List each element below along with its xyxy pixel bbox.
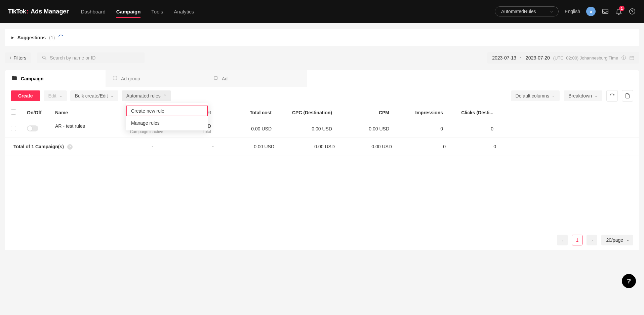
bulk-label: Bulk create/Edit bbox=[75, 93, 108, 99]
account-selector[interactable]: AutomatedRules bbox=[495, 6, 559, 16]
controls-row: + Filters Search by name or ID 2023-07-1… bbox=[5, 52, 639, 64]
suggestions-label: Suggestions bbox=[17, 35, 46, 40]
totals-impressions: 0 bbox=[395, 144, 448, 150]
table-header: On/Off Name Budget Total cost CPC (Desti… bbox=[5, 105, 639, 120]
calendar-icon bbox=[629, 55, 635, 61]
toolbar-right: Default columns ⌄ Breakdown ⌄ bbox=[511, 90, 633, 102]
row-toggle[interactable]: × bbox=[24, 125, 52, 132]
logo-text-main: TikTok bbox=[8, 8, 26, 15]
automated-rules-button[interactable]: Automated rules ⌃ bbox=[122, 90, 171, 101]
totals-cpc: 0.00 USD bbox=[277, 144, 337, 150]
avatar[interactable]: u bbox=[586, 7, 596, 16]
notification-badge: 1 bbox=[619, 6, 625, 11]
search-placeholder: Search by name or ID bbox=[50, 55, 95, 61]
account-name: AutomatedRules bbox=[501, 9, 536, 14]
create-new-rule-item[interactable]: Create new rule bbox=[126, 106, 208, 116]
tab-adgroup-label: Ad group bbox=[121, 76, 140, 81]
chevron-down-icon: ⌄ bbox=[59, 94, 62, 98]
logo-text-sub: Ads Manager bbox=[31, 8, 69, 15]
manage-rules-item[interactable]: Manage rules bbox=[126, 118, 208, 128]
campaign-name: AR - test rules bbox=[55, 123, 85, 129]
top-header: TikTok : Ads Manager Dashboard Campaign … bbox=[0, 0, 644, 23]
svg-point-2 bbox=[632, 13, 632, 13]
logo[interactable]: TikTok : Ads Manager bbox=[8, 8, 69, 15]
suggestions-count: (1) bbox=[49, 35, 55, 40]
campaign-card: Campaign Ad group Ad Create Edit ⌄ Bulk … bbox=[5, 70, 639, 156]
export-button[interactable] bbox=[622, 90, 633, 102]
date-separator: ~ bbox=[520, 55, 522, 61]
chevron-down-icon: ⌄ bbox=[111, 94, 114, 98]
filters-label: Filters bbox=[13, 55, 26, 61]
pagination: ‹ 1 › 20/page bbox=[5, 230, 639, 250]
header-right: AutomatedRules English u 1 bbox=[495, 6, 636, 16]
language-selector[interactable]: English bbox=[565, 9, 580, 14]
tab-ad-label: Ad bbox=[222, 76, 228, 81]
header-cpc: CPC (Destination) bbox=[274, 110, 335, 115]
breakdown-button[interactable]: Breakdown ⌄ bbox=[564, 90, 602, 101]
tab-ad[interactable]: Ad bbox=[206, 70, 307, 87]
header-checkbox[interactable] bbox=[8, 109, 24, 116]
svg-rect-4 bbox=[630, 56, 634, 60]
date-start: 2023-07-13 bbox=[492, 55, 516, 61]
empty-space bbox=[5, 156, 639, 230]
totals-help-icon[interactable]: ? bbox=[67, 144, 73, 150]
svg-rect-5 bbox=[113, 76, 117, 80]
help-icon[interactable] bbox=[629, 8, 636, 15]
next-page-button[interactable]: › bbox=[587, 235, 597, 245]
suggestions-panel: ▶ Suggestions (1) bbox=[5, 29, 639, 46]
expand-icon[interactable]: ▶ bbox=[11, 36, 14, 39]
svg-point-3 bbox=[43, 56, 45, 59]
nav-tools[interactable]: Tools bbox=[151, 1, 163, 22]
page-size-selector[interactable]: 20/page bbox=[601, 235, 633, 245]
row-totalcost: 0.00 USD bbox=[214, 126, 274, 131]
level-tabs: Campaign Ad group Ad bbox=[5, 70, 639, 87]
totals-row: Total of 1 Campaign(s) ? - - 0.00 USD 0.… bbox=[5, 138, 639, 156]
nav-dashboard[interactable]: Dashboard bbox=[81, 1, 105, 22]
tab-adgroup[interactable]: Ad group bbox=[106, 70, 206, 87]
main-nav: Dashboard Campaign Tools Analytics bbox=[81, 1, 194, 22]
nav-analytics[interactable]: Analytics bbox=[174, 1, 194, 22]
row-cpc: 0.00 USD bbox=[274, 126, 335, 131]
totals-totalcost: 0.00 USD bbox=[216, 144, 277, 150]
tab-campaign[interactable]: Campaign bbox=[5, 70, 106, 87]
row-checkbox[interactable] bbox=[8, 126, 24, 132]
chevron-up-icon: ⌃ bbox=[163, 94, 166, 98]
logo-colon: : bbox=[27, 8, 29, 15]
totals-cpm: 0.00 USD bbox=[337, 144, 395, 150]
search-input[interactable]: Search by name or ID bbox=[37, 52, 145, 63]
search-icon bbox=[42, 55, 47, 61]
header-clicks: Clicks (Desti... bbox=[446, 110, 496, 115]
create-button[interactable]: Create bbox=[11, 90, 40, 101]
refresh-table-button[interactable] bbox=[606, 90, 618, 102]
columns-label: Default columns bbox=[516, 93, 549, 99]
plus-icon: + bbox=[9, 55, 12, 61]
totals-label: Total of 1 Campaign(s) bbox=[13, 144, 64, 149]
filters-button[interactable]: + Filters bbox=[5, 52, 31, 63]
refresh-icon[interactable] bbox=[58, 34, 64, 41]
date-end: 2023-07-20 bbox=[526, 55, 550, 61]
nav-campaign[interactable]: Campaign bbox=[116, 1, 141, 22]
header-impressions: Impressions bbox=[392, 110, 446, 115]
header-cpm: CPM bbox=[335, 110, 392, 115]
columns-button[interactable]: Default columns ⌄ bbox=[511, 90, 560, 101]
edit-label: Edit bbox=[48, 93, 56, 99]
svg-rect-6 bbox=[214, 76, 217, 79]
totals-clicks: 0 bbox=[448, 144, 499, 150]
chevron-down-icon: ⌄ bbox=[552, 94, 555, 98]
bell-icon[interactable]: 1 bbox=[615, 8, 622, 15]
tab-campaign-label: Campaign bbox=[21, 76, 44, 81]
edit-button[interactable]: Edit ⌄ bbox=[44, 90, 67, 101]
prev-page-button[interactable]: ‹ bbox=[557, 235, 568, 245]
page-size-label: 20/page bbox=[606, 237, 623, 243]
table-row: × AR - test rules Campaign inactive 500 … bbox=[5, 120, 639, 138]
automated-rules-label: Automated rules bbox=[126, 93, 161, 99]
bulk-button[interactable]: Bulk create/Edit ⌄ bbox=[70, 90, 118, 101]
campaign-table: On/Off Name Budget Total cost CPC (Desti… bbox=[5, 105, 639, 156]
totals-budget: - bbox=[156, 144, 216, 150]
inbox-icon[interactable] bbox=[602, 8, 609, 15]
current-page[interactable]: 1 bbox=[572, 235, 582, 245]
date-range-picker[interactable]: 2023-07-13 ~ 2023-07-20 (UTC+02:00) Joha… bbox=[487, 52, 639, 64]
row-cpm: 0.00 USD bbox=[335, 126, 392, 131]
adgroup-icon bbox=[112, 75, 118, 82]
info-icon: ⓘ bbox=[621, 55, 626, 61]
